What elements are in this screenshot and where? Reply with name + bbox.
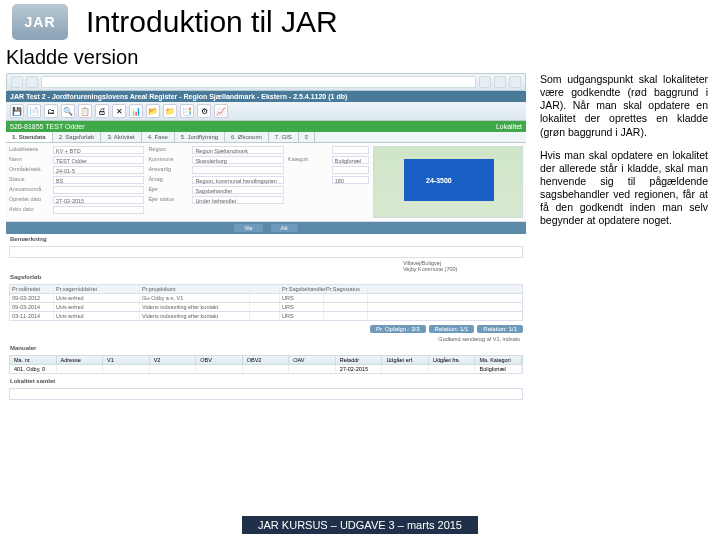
form-col-1: LokalitetensKV + BTDNavnTEST OdderOmråde… [9, 146, 144, 218]
grid-header: Pr.Sagsstatus [324, 285, 368, 293]
field-value[interactable]: 24-01-5 [53, 166, 144, 174]
refresh-icon[interactable] [479, 76, 491, 88]
field-value[interactable]: Under behandlet [192, 196, 283, 204]
location-id: 520-81855 TEST Odder [10, 123, 84, 130]
subtitle: Kladde version [6, 46, 720, 69]
section-bar: Vis Alt [6, 222, 526, 234]
manualer-label: Manualer [6, 343, 526, 353]
field-label: Oprettet dato [9, 196, 53, 204]
field-value[interactable]: Sagsbehandler [192, 186, 283, 194]
field-value[interactable]: 180 [332, 176, 369, 184]
field-label [288, 176, 332, 184]
opfolgn-button[interactable]: Pr. Opfølgn.: 3/3 [370, 325, 426, 333]
field-label: Lokalitetens [9, 146, 53, 154]
alt-button[interactable]: Alt [271, 224, 298, 232]
tab-gis[interactable]: 7. GIS [269, 132, 299, 142]
settings-icon[interactable]: ⚙ [197, 104, 211, 118]
field-value[interactable]: Boligfortæl [332, 156, 369, 164]
search-icon[interactable]: 🔍 [61, 104, 75, 118]
field-value[interactable] [332, 166, 369, 174]
form-area: LokalitetensKV + BTDNavnTEST OdderOmråde… [6, 143, 526, 222]
sagsforlob-grid: Pr.målrettetPr.sagsmiddelretPr.projektko… [9, 284, 523, 321]
manualer-grid: Ma. nr.AdresseV1V2OBVOBV2OAVReladdrUdgåe… [9, 355, 523, 374]
godkend-text: Godkend senderog af V1, indsats [6, 335, 526, 343]
close-icon[interactable]: ✕ [112, 104, 126, 118]
tab-fase[interactable]: 4. Fase [142, 132, 175, 142]
action-buttons: Pr. Opfølgn.: 3/3 Relation: 1/1 Relation… [6, 323, 526, 335]
field-label: Navn [9, 156, 53, 164]
lokalitet-samlet-row [9, 388, 523, 400]
table-row[interactable]: 09-03-2012Uvis enhedGu-Odby a-s, V1URS [9, 294, 523, 303]
grid-header: V2 [150, 356, 197, 364]
chart-icon[interactable]: 📊 [129, 104, 143, 118]
field-value[interactable]: BS [53, 176, 144, 184]
grid-header: Adresse [57, 356, 104, 364]
url-input[interactable] [41, 76, 476, 88]
grid-header: Ma. Kategori [475, 356, 522, 364]
table-row[interactable]: 03-11-2014Uvis enhedVidens indsamling ef… [9, 312, 523, 321]
tab-sagsforlob[interactable]: 2. Sagsforløb [53, 132, 102, 142]
field-label [288, 166, 332, 174]
field-label: Område/sekt. [9, 166, 53, 174]
grid-header: V1 [103, 356, 150, 364]
tab-aktivitet[interactable]: 3. Aktivitet [101, 132, 141, 142]
favorites-icon[interactable] [509, 76, 521, 88]
field-label [288, 146, 332, 154]
stats-icon[interactable]: 📈 [214, 104, 228, 118]
right-info-2: Vejby Kommune (700) [403, 266, 523, 272]
tabs-icon[interactable]: 📑 [180, 104, 194, 118]
field-label: Ejer status [148, 196, 192, 204]
save-icon[interactable]: 💾 [10, 104, 24, 118]
tab-stamdata[interactable]: 1. Stamdata [6, 132, 53, 142]
field-label: Arkiv dato [9, 206, 53, 214]
field-label: Kommune [148, 156, 192, 164]
field-label: Ansvarlig [148, 166, 192, 174]
table-row[interactable]: 09-03-2014Uvis enhedVidens indsamling ef… [9, 303, 523, 312]
field-value[interactable]: Region Sjællandmark [192, 146, 283, 154]
field-value[interactable]: Skanderborg [192, 156, 283, 164]
print-icon[interactable]: 🖨 [95, 104, 109, 118]
side-text: Som udgangspunkt skal lokaliteter være g… [526, 73, 714, 402]
bemaerkning-input[interactable] [9, 246, 523, 258]
map-panel[interactable]: 24-3500 [373, 146, 523, 218]
field-value[interactable] [53, 186, 144, 194]
bemaerkning-label: Bemærkning [6, 234, 526, 244]
forward-icon[interactable] [26, 76, 38, 88]
clipboard-icon[interactable]: 📋 [78, 104, 92, 118]
grid-header: Reladdr [336, 356, 383, 364]
folder-icon[interactable]: 🗂 [44, 104, 58, 118]
doc-icon[interactable]: 📄 [27, 104, 41, 118]
field-value[interactable] [332, 146, 369, 154]
grid-header: Pr.sagsmiddelret [54, 285, 140, 293]
vis-button[interactable]: Vis [234, 224, 262, 232]
grid-header: Pr.målrettet [10, 285, 54, 293]
grid-header: Udgået fra. [429, 356, 476, 364]
relation2-button[interactable]: Relation: 1/1 [477, 325, 523, 333]
field-value[interactable]: Region, kommunal handlingsplan [192, 176, 283, 184]
field-value[interactable] [53, 206, 144, 214]
home-icon[interactable] [494, 76, 506, 88]
tab-okonomi[interactable]: 6. Økonomi [225, 132, 269, 142]
field-label: Region [148, 146, 192, 154]
field-label: Status [9, 176, 53, 184]
field-value[interactable]: 27-02-2015 [53, 196, 144, 204]
field-value[interactable] [192, 166, 283, 174]
field-value[interactable]: TEST Odder [53, 156, 144, 164]
tab-more[interactable]: ≡ [299, 132, 316, 142]
field-label: Årsag [148, 176, 192, 184]
side-paragraph-2: Hvis man skal opdatere en lokalitet der … [540, 149, 708, 228]
lokalitet-samlet-label: Lokalitet samlet [6, 376, 526, 386]
back-icon[interactable] [11, 76, 23, 88]
field-value[interactable]: KV + BTD [53, 146, 144, 154]
grid-header: OAV [289, 356, 336, 364]
field-label: Ejer [148, 186, 192, 194]
side-paragraph-1: Som udgangspunkt skal lokaliteter være g… [540, 73, 708, 139]
relation1-button[interactable]: Relation: 1/1 [429, 325, 475, 333]
tab-jordflytning[interactable]: 5. Jordflytning [175, 132, 225, 142]
file-icon[interactable]: 📁 [163, 104, 177, 118]
footer: JAR KURSUS – UDGAVE 3 – marts 2015 [242, 516, 478, 534]
open-icon[interactable]: 📂 [146, 104, 160, 118]
grid-header: Ma. nr. [10, 356, 57, 364]
browser-bar [6, 73, 526, 91]
grid-header: Udgået erf. [382, 356, 429, 364]
